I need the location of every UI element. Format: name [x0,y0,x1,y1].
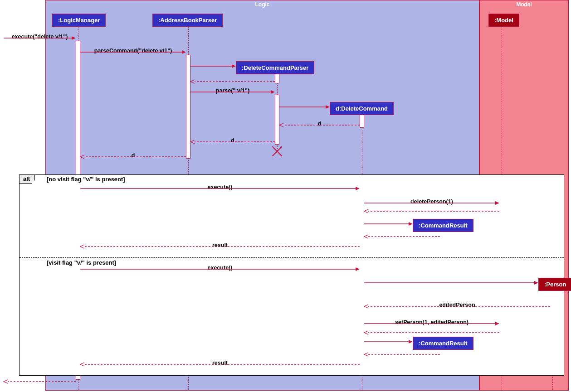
region-model-header: Model [480,0,568,9]
activation-addressbookparser [186,55,190,159]
destroy-icon [272,146,282,156]
region-logic-header: Logic [46,0,479,9]
participant-person: :Person [538,278,571,291]
alt-condition-1: [no visit flag "v/" is present] [47,176,125,183]
participant-model: :Model [488,14,519,27]
participant-logicmanager: :LogicManager [52,14,106,27]
activation-dcp-create [275,73,279,83]
participant-addressbookparser: :AddressBookParser [152,14,223,27]
alt-label: alt [20,175,35,184]
alt-condition-2: [visit flag "v/" is present] [47,259,116,266]
sequence-diagram-canvas: Logic Model :LogicManager :AddressBookPa… [0,0,571,392]
alt-divider [20,257,564,258]
participant-commandresult2: :CommandResult [413,337,473,350]
alt-fragment: alt [no visit flag "v/" is present] [vis… [19,174,564,376]
activation-dcp-parse [275,95,279,145]
participant-commandresult1: :CommandResult [413,219,473,232]
participant-deletecommandparser: :DeleteCommandParser [236,61,314,74]
participant-deletecommand: d:DeleteCommand [330,102,394,115]
activation-dc-create [360,114,364,128]
